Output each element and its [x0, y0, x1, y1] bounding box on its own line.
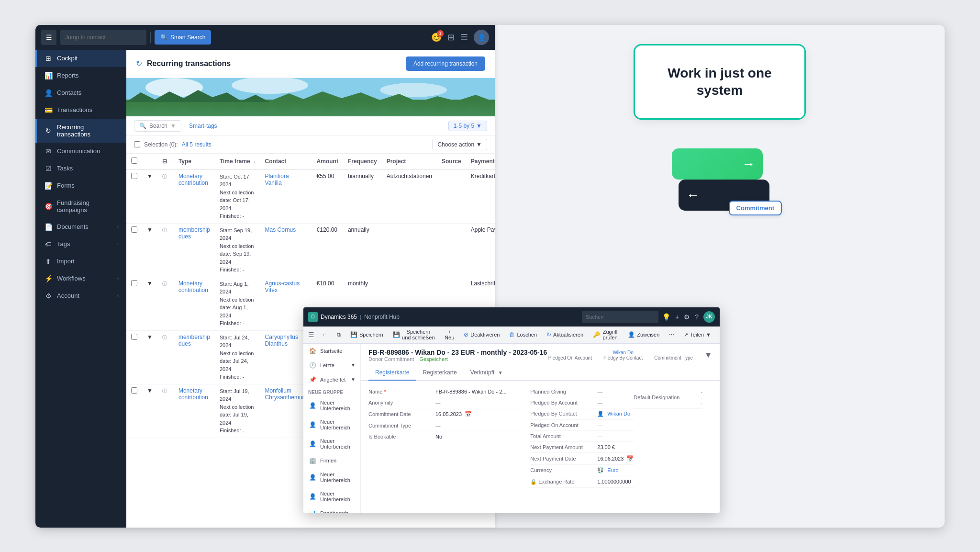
d365-gear-icon[interactable]: ⚙ — [684, 313, 690, 321]
main-container: ☰ 🔍 Smart Search 😊 1 ⊞ ☰ 👤 — [35, 25, 945, 528]
notification-icon[interactable]: 😊 1 — [431, 32, 442, 43]
d365-nav-sub3[interactable]: 👤 Neuer Unterbereich — [303, 434, 360, 453]
d365-user-avatar[interactable]: JK — [703, 311, 715, 323]
d365-nav-companies[interactable]: 🏢 Firmen — [303, 453, 360, 468]
row-checkbox-1[interactable] — [131, 226, 137, 233]
d365-bulb-icon[interactable]: 💡 — [662, 313, 670, 321]
row-checkbox-3[interactable] — [131, 334, 137, 340]
col-type[interactable]: Type — [174, 154, 215, 169]
info-icon-2: ⓘ — [162, 281, 167, 286]
d365-nav-pinned[interactable]: 📌 Angeheftet ▼ — [303, 372, 360, 387]
d365-currency-value[interactable]: 💱 Euro — [597, 467, 634, 473]
contact-link-4[interactable]: Monfolium Chrysanthemum — [265, 387, 307, 401]
type-link-0[interactable]: Monetary contribution — [178, 173, 208, 186]
sidebar-item-import[interactable]: ⬆ Import — [35, 253, 126, 270]
d365-tab-0[interactable]: Registerkarte — [368, 365, 416, 381]
sidebar-item-forms[interactable]: 📝 Forms — [35, 177, 126, 194]
row-checkbox-0[interactable] — [131, 173, 137, 179]
row-checkbox-2[interactable] — [131, 280, 137, 286]
sidebar-item-communication[interactable]: ✉ Communication — [35, 143, 126, 160]
sidebar-item-documents[interactable]: 📄 Documents ‹ — [35, 218, 126, 236]
d365-deactivate-button[interactable]: ⊘ Deaktivieren — [460, 329, 503, 340]
record-expand-icon[interactable]: ▼ — [704, 351, 712, 360]
contact-link-2[interactable]: Agnus-castus Vitex — [265, 280, 300, 293]
smart-search-button[interactable]: 🔍 Smart Search — [155, 30, 211, 45]
calendar-icon-1[interactable]: 📅 — [465, 411, 472, 417]
page-title-area: ↻ Recurring transactions — [136, 59, 231, 68]
type-link-3[interactable]: membership dues — [178, 334, 210, 347]
d365-new-button[interactable]: + Neu — [441, 327, 458, 342]
d365-menu-icon[interactable]: ☰ — [308, 331, 314, 338]
row-expand-cell[interactable]: ▼ — [142, 169, 157, 224]
select-all-checkbox[interactable] — [134, 141, 140, 147]
sidebar-item-workflows[interactable]: ⚡ Workflows ‹ — [35, 270, 126, 287]
add-recurring-button[interactable]: Add recurring transaction — [406, 56, 485, 71]
d365-help-icon[interactable]: ? — [695, 313, 699, 321]
d365-nav-home[interactable]: 🏠 Startseite — [303, 344, 360, 358]
type-link-4[interactable]: Monetary contribution — [178, 387, 208, 401]
d365-tab-2[interactable]: Verknüpft ▼ — [464, 365, 510, 381]
sidebar-item-tasks[interactable]: ☑ Tasks — [35, 160, 126, 177]
d365-tab-1[interactable]: Registerkarte — [416, 365, 463, 381]
grid-icon[interactable]: ⊞ — [447, 32, 455, 43]
d365-pledged-by-contact-value[interactable]: 👤 Wikan Do — [597, 411, 634, 417]
sidebar-item-contacts[interactable]: 👤 Contacts — [35, 84, 126, 101]
d365-assign-button[interactable]: 👤 Zuweisen — [624, 329, 663, 340]
contact-link-3[interactable]: Caryophyllus Dianthus — [265, 334, 298, 347]
sidebar-label-contacts: Contacts — [57, 89, 119, 96]
sidebar-item-reports[interactable]: 📊 Reports — [35, 67, 126, 84]
row-payment-cell-0: Kreditkarte — [466, 169, 495, 224]
d365-plus-icon[interactable]: + — [675, 313, 679, 321]
sidebar-item-tags[interactable]: 🏷 Tags ‹ — [35, 236, 126, 253]
sidebar-item-recurring[interactable]: ↻ Recurring transactions — [35, 119, 126, 143]
d365-nav-sub5[interactable]: 👤 Neuer Unterbereich — [303, 487, 360, 506]
user-avatar[interactable]: 👤 — [474, 30, 489, 45]
d365-nav-dashboards[interactable]: 📊 Dashboards — [303, 506, 360, 513]
d365-delete-button[interactable]: 🗑 Löschen — [505, 329, 541, 340]
d365-refresh-button[interactable]: ↻ Aktualisieren — [543, 329, 587, 340]
d365-more-button[interactable]: ⋯ — [665, 330, 678, 340]
row-expand-cell[interactable]: ▼ — [142, 277, 157, 330]
assign-icon: 👤 — [628, 331, 635, 338]
pledged-by-contact-header[interactable]: Wikan Do — [603, 350, 643, 355]
d365-copy-button[interactable]: ⧉ — [333, 330, 345, 340]
row-expand-cell[interactable]: ▼ — [142, 330, 157, 384]
d365-back-button[interactable]: ← — [318, 330, 331, 339]
sidebar-item-cockpit[interactable]: ⊞ Cockpit — [35, 50, 126, 67]
d365-nav-recent[interactable]: 🕐 Letzte ▼ — [303, 358, 360, 372]
info-icon-4: ⓘ — [162, 388, 167, 394]
account-arrow: ‹ — [117, 293, 119, 298]
list-icon[interactable]: ☰ — [460, 32, 468, 43]
d365-nav-sub2[interactable]: 👤 Neuer Unterbereich — [303, 415, 360, 434]
d365-search-input[interactable] — [582, 311, 658, 323]
hamburger-button[interactable]: ☰ — [41, 30, 56, 45]
search-box[interactable]: 🔍 Search ▼ — [134, 120, 181, 132]
d365-save-close-button[interactable]: 💾 Speichern und schließen — [389, 327, 439, 342]
calendar-icon-2[interactable]: 📅 — [626, 455, 634, 462]
row-checkbox-4[interactable] — [131, 387, 137, 394]
d365-nav-sub4[interactable]: 👤 Neuer Unterbereich — [303, 468, 360, 487]
row-expand-cell[interactable]: ▼ — [142, 223, 157, 277]
d365-share-button[interactable]: ↗ Teilen ▼ — [680, 330, 715, 340]
sidebar-item-transactions[interactable]: 💳 Transactions — [35, 101, 126, 119]
contact-link-1[interactable]: Mas Cornus — [265, 226, 296, 233]
col-timeframe[interactable]: Time frame ↓ — [215, 154, 260, 169]
d365-save-button[interactable]: 💾 Speichern — [346, 329, 387, 340]
d365-check-access-button[interactable]: 🔑 Zugriff prüfen — [589, 327, 622, 342]
type-link-2[interactable]: Monetary contribution — [178, 280, 208, 293]
d365-companies-label: Firmen — [320, 458, 336, 463]
header-checkbox[interactable] — [131, 158, 137, 164]
sidebar-item-fundraising[interactable]: 🎯 Fundraising campaigns — [35, 194, 126, 218]
smart-tags-button[interactable]: Smart-tags — [185, 121, 221, 131]
contact-link-0[interactable]: Planifiora Vanilla — [265, 173, 289, 186]
d365-sub3-label: Neuer Unterbereich — [320, 438, 356, 450]
all-results-text[interactable]: All 5 results — [182, 141, 212, 148]
type-link-1[interactable]: membership dues — [178, 226, 210, 240]
row-expand-cell[interactable]: ▼ — [142, 384, 157, 438]
col-project: Project — [382, 154, 437, 169]
d365-nav-sub1[interactable]: 👤 Neuer Unterbereich — [303, 396, 360, 415]
choose-action-button[interactable]: Choose action ▼ — [432, 139, 487, 150]
sidebar-item-account[interactable]: ⚙ Account ‹ — [35, 287, 126, 304]
save-icon: 💾 — [350, 331, 357, 338]
jump-to-contact-input[interactable] — [60, 30, 146, 45]
